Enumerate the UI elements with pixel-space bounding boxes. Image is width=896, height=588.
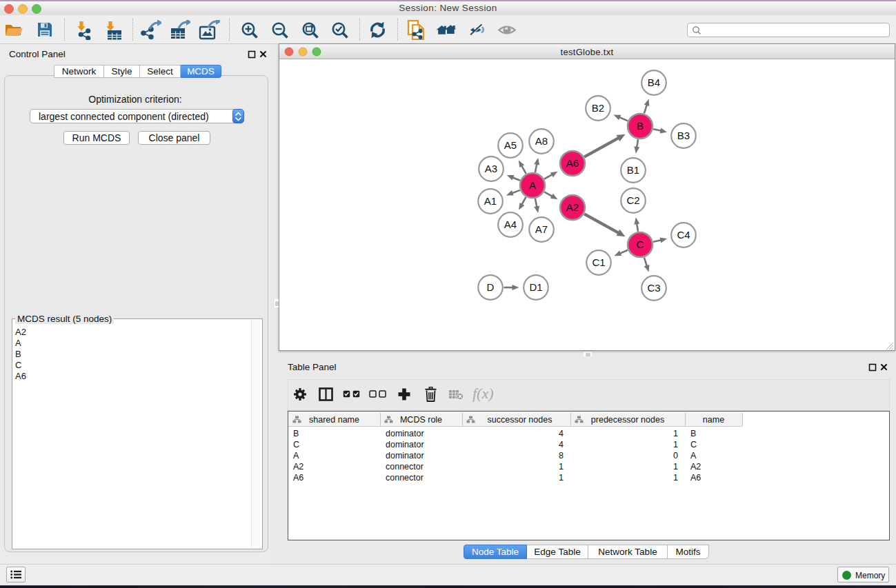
svg-text:B2: B2 (592, 102, 604, 114)
svg-text:B4: B4 (648, 77, 660, 88)
svg-text:D1: D1 (529, 281, 542, 293)
svg-text:A3: A3 (485, 163, 497, 174)
svg-text:A5: A5 (504, 139, 517, 151)
svg-text:A6: A6 (566, 157, 579, 169)
svg-text:A4: A4 (504, 219, 517, 230)
svg-text:C2: C2 (626, 194, 639, 206)
svg-text:C: C (637, 239, 644, 250)
svg-text:A2: A2 (566, 201, 579, 213)
svg-text:C4: C4 (677, 229, 690, 241)
svg-text:D: D (487, 281, 495, 293)
svg-text:B1: B1 (627, 164, 639, 176)
svg-text:A8: A8 (535, 135, 548, 147)
svg-text:B3: B3 (677, 130, 690, 141)
svg-text:C3: C3 (647, 282, 660, 294)
svg-text:A7: A7 (535, 223, 548, 235)
svg-text:C1: C1 (592, 256, 605, 268)
svg-text:B: B (637, 120, 644, 132)
svg-text:A1: A1 (484, 195, 497, 207)
svg-text:A: A (529, 179, 536, 191)
